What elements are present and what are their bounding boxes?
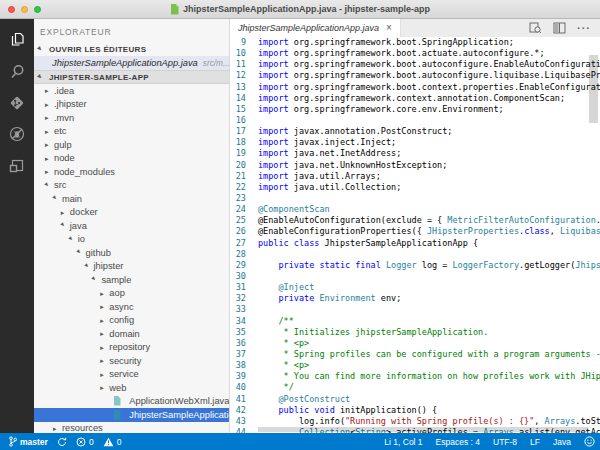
tree-item-resources[interactable]: ▸resources (34, 422, 229, 434)
tab-jhipstersampleapplicationapp-java[interactable]: JhipsterSampleApplicationApp.java × (230, 19, 401, 37)
line-number: 9 (230, 37, 246, 48)
chevron-collapsed-icon: ▸ (100, 384, 107, 391)
more-actions-icon[interactable]: ··· (577, 22, 591, 34)
tree-item-src[interactable]: ▸src (34, 179, 229, 193)
tree-item-io[interactable]: ▸io (34, 233, 229, 247)
tree-item--mvn[interactable]: ▸.mvn (34, 111, 229, 125)
line-content: @EnableConfigurationProperties({ JHipste… (246, 226, 600, 237)
code-line: 36 * <p> (230, 338, 600, 349)
tree-item-web[interactable]: ▸web (34, 381, 229, 395)
tree-item-etc[interactable]: ▸etc (34, 125, 229, 139)
open-editors-section-header[interactable]: ▸ OUVRIR LES ÉDITEURS (34, 42, 229, 56)
tree-item-repository[interactable]: ▸repository (34, 341, 229, 355)
tree-item--jhipster[interactable]: ▸.jhipster (34, 98, 229, 112)
line-content: * Initializes jhipsterSampleApplication. (246, 327, 488, 338)
line-content: import java.util.Arrays; (246, 171, 381, 182)
extensions-icon[interactable] (0, 150, 34, 182)
tree-item-github[interactable]: ▸github (34, 246, 229, 260)
chevron-expanded-icon: ▸ (83, 261, 93, 271)
open-editor-item[interactable]: JhipsterSampleApplicationApp.javasrc/m..… (34, 56, 229, 70)
error-icon (76, 437, 86, 447)
status-item[interactable]: Li 1, Col 1 (384, 437, 422, 447)
vertical-scrollbar[interactable] (589, 55, 598, 123)
tree-item-jhipster[interactable]: ▸jhipster (34, 260, 229, 274)
line-number: 34 (230, 316, 246, 327)
tree-item-jhipstersampleapplicationapp-java[interactable]: JhipsterSampleApplicationApp.java (34, 408, 229, 422)
code-line: 9import org.springframework.boot.SpringA… (230, 37, 600, 48)
close-window-button[interactable] (8, 6, 15, 13)
line-number: 35 (230, 327, 246, 338)
line-number: 30 (230, 271, 246, 282)
tree-item-node[interactable]: ▸node (34, 152, 229, 166)
feedback-smiley-icon[interactable] (584, 436, 595, 447)
tree-item-gulp[interactable]: ▸gulp (34, 138, 229, 152)
status-item[interactable]: UTF-8 (493, 437, 517, 447)
line-number: 38 (230, 360, 246, 371)
activity-bar (0, 19, 34, 433)
warning-count[interactable]: 0 (103, 437, 122, 447)
chevron-expanded-icon: ▸ (51, 194, 61, 204)
sync-button[interactable] (57, 437, 67, 447)
tree-item-security[interactable]: ▸security (34, 354, 229, 368)
tree-item-java[interactable]: ▸java (34, 219, 229, 233)
tree-item-async[interactable]: ▸async (34, 300, 229, 314)
line-number: 42 (230, 405, 246, 416)
error-count[interactable]: 0 (76, 437, 94, 447)
tree-item-sample[interactable]: ▸sample (34, 273, 229, 287)
line-content: import org.springframework.boot.autoconf… (246, 59, 600, 70)
status-item[interactable]: Java (553, 437, 571, 447)
line-content: private Environment env; (246, 293, 401, 304)
tree-item-service[interactable]: ▸service (34, 368, 229, 382)
tree-item-config[interactable]: ▸config (34, 314, 229, 328)
line-content: import java.util.Collection; (246, 182, 401, 193)
chevron-collapsed-icon: ▸ (100, 317, 107, 324)
tree-item-label: github (86, 248, 111, 258)
tree-item-applicationwebxml-java[interactable]: ApplicationWebXml.java (34, 395, 229, 409)
line-number: 20 (230, 160, 246, 171)
editor-group: JhipsterSampleApplicationApp.java × ··· … (230, 19, 600, 433)
tree-item-docker[interactable]: ▸docker (34, 206, 229, 220)
horizontal-scrollbar[interactable] (258, 427, 588, 432)
chevron-collapsed-icon: ▸ (100, 357, 107, 364)
tree-item-node-modules[interactable]: ▸node_modules (34, 165, 229, 179)
chevron-collapsed-icon: ▸ (100, 330, 107, 337)
tree-item-label: jhipster (94, 261, 124, 271)
line-content (246, 249, 258, 260)
split-editor-icon[interactable] (553, 22, 566, 34)
tree-item-label: ApplicationWebXml.java (129, 396, 229, 406)
tree-item-label: java (70, 221, 87, 231)
close-tab-icon[interactable]: × (386, 23, 392, 33)
git-branch-indicator[interactable]: master (9, 436, 48, 447)
open-preview-icon[interactable] (529, 22, 542, 34)
tree-item-domain[interactable]: ▸domain (34, 327, 229, 341)
line-number: 11 (230, 59, 246, 70)
chevron-collapsed-icon: ▸ (45, 101, 52, 108)
status-item[interactable]: LF (530, 437, 540, 447)
tree-item-main[interactable]: ▸main (34, 192, 229, 206)
line-number: 36 (230, 338, 246, 349)
code-area[interactable]: 9import org.springframework.boot.SpringA… (230, 37, 600, 433)
git-icon[interactable] (0, 87, 34, 119)
line-number: 26 (230, 226, 246, 237)
code-line: 31 @Inject (230, 282, 600, 293)
java-file-icon (113, 410, 121, 420)
search-icon[interactable] (0, 56, 34, 88)
chevron-collapsed-icon: ▸ (100, 303, 107, 310)
line-number: 16 (230, 115, 246, 126)
tree-item-aop[interactable]: ▸aop (34, 287, 229, 301)
zoom-window-button[interactable] (34, 6, 41, 13)
tree-item-label: .idea (54, 86, 74, 96)
minimize-window-button[interactable] (21, 6, 28, 13)
line-content: import java.net.UnknownHostException; (246, 160, 447, 171)
project-section-header[interactable]: ▸ JHIPSTER-SAMPLE-APP (34, 70, 229, 84)
files-icon[interactable] (0, 24, 34, 56)
status-item[interactable]: Espaces : 4 (436, 437, 480, 447)
tree-item-label: aop (109, 288, 125, 298)
line-content: * You can find more information on how p… (246, 371, 600, 382)
debug-icon[interactable] (0, 119, 34, 151)
tree-item--idea[interactable]: ▸.idea (34, 84, 229, 98)
code-line: 41 @PostConstruct (230, 394, 600, 405)
line-number: 28 (230, 249, 246, 260)
branch-name: master (20, 437, 48, 447)
line-content: * <p> (246, 360, 309, 371)
